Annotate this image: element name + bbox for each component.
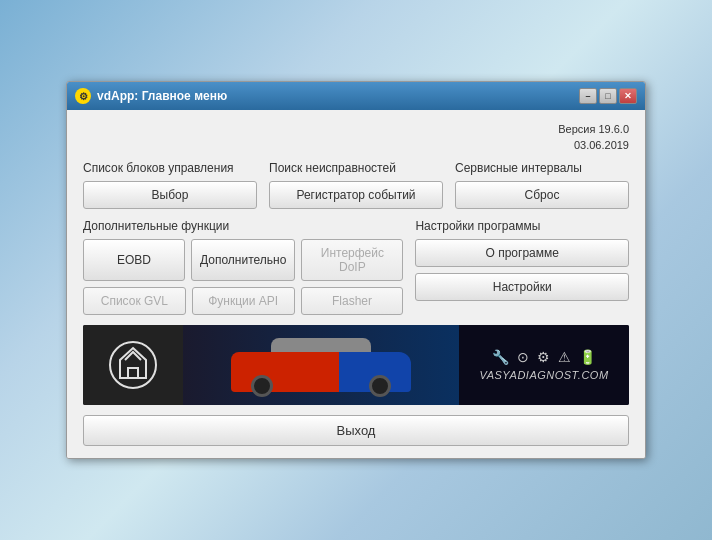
advertisement-banner[interactable]: 🔧 ⊙ ⚙ ⚠ 🔋 VASYADIAGNOST.COM — [83, 325, 629, 405]
about-button[interactable]: О программе — [415, 239, 629, 267]
reset-button[interactable]: Сброс — [455, 181, 629, 209]
flasher-button[interactable]: Flasher — [301, 287, 404, 315]
window-controls: – □ ✕ — [579, 88, 637, 104]
top-sections: Список блоков управления Выбор Поиск неи… — [83, 161, 629, 209]
banner-info-area: 🔧 ⊙ ⚙ ⚠ 🔋 VASYADIAGNOST.COM — [459, 325, 629, 405]
select-button[interactable]: Выбор — [83, 181, 257, 209]
extra-functions-buttons-row1: EOBD Дополнительно Интерфейс DoIP — [83, 239, 403, 281]
title-bar: ⚙ vdApp: Главное меню – □ ✕ — [67, 82, 645, 110]
extra-functions-label: Дополнительные функции — [83, 219, 403, 233]
banner-diagnostic-icons: 🔧 ⊙ ⚙ ⚠ 🔋 — [492, 349, 596, 365]
program-settings-section: Настройки программы О программе Настройк… — [415, 219, 629, 315]
version-info: Версия 19.6.0 03.06.2019 — [83, 122, 629, 153]
content-area: Версия 19.6.0 03.06.2019 Список блоков у… — [67, 110, 645, 458]
settings-button[interactable]: Настройки — [415, 273, 629, 301]
control-blocks-section: Список блоков управления Выбор — [83, 161, 257, 209]
main-window: ⚙ vdApp: Главное меню – □ ✕ Версия 19.6.… — [66, 81, 646, 459]
control-blocks-label: Список блоков управления — [83, 161, 257, 175]
battery-icon: 🔋 — [579, 349, 596, 365]
faults-label: Поиск неисправностей — [269, 161, 443, 175]
eobd-button[interactable]: EOBD — [83, 239, 185, 281]
check-engine-icon: 🔧 — [492, 349, 509, 365]
abs-icon: ⊙ — [517, 349, 529, 365]
version-line2: 03.06.2019 — [83, 138, 629, 153]
event-logger-button[interactable]: Регистратор событий — [269, 181, 443, 209]
banner-car-area — [183, 325, 459, 405]
close-button[interactable]: ✕ — [619, 88, 637, 104]
bottom-sections: Дополнительные функции EOBD Дополнительн… — [83, 219, 629, 315]
maximize-button[interactable]: □ — [599, 88, 617, 104]
version-line1: Версия 19.6.0 — [83, 122, 629, 137]
service-label: Сервисные интервалы — [455, 161, 629, 175]
extra-functions-section: Дополнительные функции EOBD Дополнительн… — [83, 219, 403, 315]
service-section: Сервисные интервалы Сброс — [455, 161, 629, 209]
additional-button[interactable]: Дополнительно — [191, 239, 295, 281]
api-functions-button[interactable]: Функции API — [192, 287, 295, 315]
banner-url: VASYADIAGNOST.COM — [479, 369, 608, 381]
app-icon: ⚙ — [75, 88, 91, 104]
banner-logo-area — [83, 325, 183, 405]
gvl-list-button[interactable]: Список GVL — [83, 287, 186, 315]
program-settings-label: Настройки программы — [415, 219, 629, 233]
warning-icon: ⚠ — [558, 349, 571, 365]
steering-icon: ⚙ — [537, 349, 550, 365]
car-wheel-right — [369, 375, 391, 397]
car-wheel-left — [251, 375, 273, 397]
interface-doip-button[interactable]: Интерфейс DoIP — [301, 239, 403, 281]
vasya-diagnost-logo — [108, 340, 158, 390]
faults-section: Поиск неисправностей Регистратор событий — [269, 161, 443, 209]
minimize-button[interactable]: – — [579, 88, 597, 104]
extra-functions-buttons-row2: Список GVL Функции API Flasher — [83, 287, 403, 315]
car-image — [231, 337, 411, 392]
window-title: vdApp: Главное меню — [97, 89, 579, 103]
exit-button[interactable]: Выход — [83, 415, 629, 446]
